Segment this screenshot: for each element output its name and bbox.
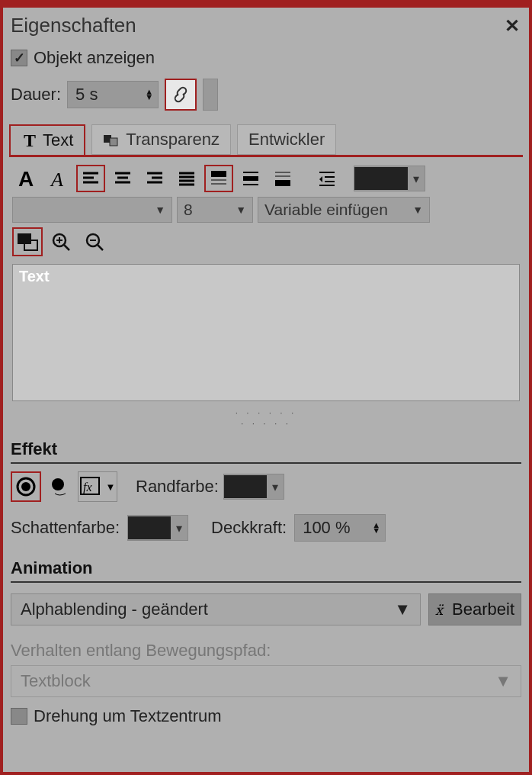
chevron-down-icon[interactable]: ▾ (267, 480, 284, 494)
resize-grip-icon[interactable]: · · · · · ·· · · · · (9, 407, 523, 429)
zoom-in-button[interactable] (46, 227, 76, 256)
svg-point-41 (21, 482, 30, 491)
chevron-down-icon[interactable]: ▾ (408, 172, 425, 186)
text-color-picker[interactable]: ▾ (354, 166, 425, 191)
svg-rect-22 (243, 176, 258, 181)
tab-text-label: Text (43, 130, 73, 150)
opacity-spinner[interactable]: 100 % ▲▼ (294, 514, 386, 542)
spinner-arrows-icon[interactable]: ▲▼ (145, 89, 153, 100)
opacity-label: Deckkraft: (211, 518, 287, 538)
font-family-dropdown[interactable]: ▼ (12, 197, 172, 223)
close-icon[interactable]: ✕ (505, 15, 520, 37)
svg-rect-18 (211, 171, 226, 177)
svg-text:T: T (24, 132, 36, 149)
shadow-color-label: Schattenfarbe: (11, 518, 120, 538)
zoom-out-button[interactable] (79, 227, 110, 256)
shadow-color-picker[interactable]: ▾ (127, 515, 188, 541)
duration-label: Dauer: (11, 85, 61, 105)
tab-transparency[interactable]: Transparenz (91, 124, 231, 155)
effect-section-title: Effekt (11, 439, 521, 464)
font-size-value: 8 (184, 201, 193, 219)
text-content-area[interactable]: Text (12, 264, 520, 401)
chevron-down-icon[interactable]: ▾ (171, 521, 187, 535)
edit-animation-label: Bearbeit (452, 600, 514, 619)
show-object-label: Objekt anzeigen (34, 48, 155, 68)
border-color-picker[interactable]: ▾ (223, 474, 284, 500)
text-placeholder: Text (19, 268, 50, 285)
show-object-checkbox[interactable]: ✓ (11, 50, 27, 66)
edit-animation-button[interactable]: ẍ Bearbeit (428, 593, 521, 625)
align-left-button[interactable] (76, 165, 105, 192)
font-size-dropdown[interactable]: 8▼ (177, 197, 253, 223)
insert-variable-dropdown[interactable]: Variable einfügen▼ (258, 197, 430, 223)
rotate-center-checkbox[interactable] (11, 708, 27, 725)
effect-fx-dropdown[interactable]: fx ▼ (78, 471, 117, 502)
bold-button[interactable]: A (12, 165, 41, 192)
svg-point-42 (52, 478, 64, 490)
svg-rect-2 (110, 138, 117, 146)
duration-value: 5 s (75, 85, 98, 105)
fx-icon: ẍ (435, 601, 449, 618)
link-button[interactable] (165, 79, 197, 111)
motion-path-dropdown[interactable]: Textblock ▼ (11, 665, 521, 697)
effect-shadow-button[interactable] (46, 471, 73, 502)
effect-outline-button[interactable] (11, 471, 41, 502)
animation-type-value: Alphablending - geändert (21, 600, 208, 619)
align-justify-button[interactable] (172, 165, 201, 192)
animation-type-dropdown[interactable]: Alphablending - geändert ▼ (11, 593, 421, 625)
window-titlebar (0, 0, 532, 8)
border-color-label: Randfarbe: (136, 477, 219, 497)
motion-path-label: Verhalten entlang Bewegungspfad: (11, 641, 271, 661)
svg-text:A: A (50, 169, 63, 189)
svg-line-34 (64, 245, 69, 250)
tab-developer[interactable]: Entwickler (237, 124, 336, 155)
svg-text:ẍ: ẍ (435, 603, 444, 618)
shadow-color-swatch (128, 516, 171, 539)
border-color-swatch (224, 475, 267, 498)
italic-button[interactable]: A (44, 165, 73, 192)
spinner-arrows-icon[interactable]: ▲▼ (372, 523, 380, 533)
motion-path-value: Textblock (21, 671, 91, 691)
panel-title: Eigenschaften (11, 14, 136, 37)
transparency-icon (103, 132, 121, 147)
valign-top-button[interactable] (204, 165, 233, 192)
opacity-value: 100 % (303, 518, 350, 538)
tab-developer-label: Entwickler (248, 130, 325, 150)
link-dropdown[interactable] (203, 79, 218, 111)
align-center-button[interactable] (108, 165, 137, 192)
window-fit-button[interactable] (12, 227, 43, 256)
svg-line-38 (98, 245, 103, 250)
valign-bottom-button[interactable] (268, 165, 297, 192)
indent-button[interactable] (312, 165, 341, 192)
duration-spinner[interactable]: 5 s ▲▼ (67, 81, 159, 108)
svg-text:fx: fx (83, 481, 92, 494)
align-right-button[interactable] (140, 165, 169, 192)
text-format-toolbar: A A ▾ (12, 165, 520, 192)
valign-middle-button[interactable] (236, 165, 265, 192)
svg-text:A: A (18, 168, 34, 189)
svg-rect-26 (275, 180, 290, 186)
tab-transparency-label: Transparenz (126, 130, 220, 150)
text-color-swatch (354, 167, 408, 190)
tab-bar: T Text Transparenz Entwickler (9, 124, 523, 157)
insert-variable-label: Variable einfügen (264, 201, 388, 219)
rotate-center-label: Drehung um Textzentrum (34, 706, 222, 726)
tab-text[interactable]: T Text (9, 124, 85, 155)
text-icon: T (21, 132, 38, 149)
properties-panel: Eigenschaften ✕ ✓ Objekt anzeigen Dauer:… (3, 8, 529, 772)
animation-section-title: Animation (11, 558, 521, 583)
